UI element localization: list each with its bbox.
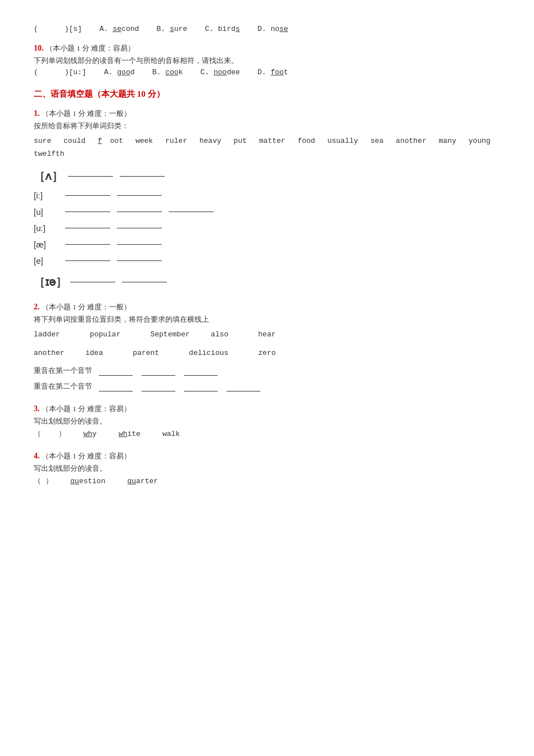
word-food: food: [297, 137, 315, 145]
q9-symbol: )[s]: [65, 25, 82, 33]
q10-line: ( )[u:] A. good B. cook C. noodee D. foo…: [34, 68, 500, 76]
q1-desc: 按所给音标将下列单词归类：: [34, 121, 500, 131]
word-twelfth: twelfth: [34, 150, 65, 158]
q2-number: 2.: [34, 303, 40, 311]
phonetic-row-u-long: [u:]: [34, 223, 500, 233]
section2-header: 二、语音填空题（本大题共 10 分）: [34, 89, 500, 100]
q3-meta: （本小题 1 分 难度：容易）: [42, 404, 131, 413]
q3-desc: 写出划线部分的读音。: [34, 416, 500, 426]
word-week: week: [135, 137, 153, 145]
blank-a-1: [68, 176, 113, 177]
q4-number: 4.: [34, 452, 40, 460]
q2-words-row2: another idea parent delicious zero: [34, 346, 500, 359]
word2-idea: idea: [85, 349, 103, 357]
q9-optD: D. nose: [257, 25, 288, 33]
word3-why: why: [83, 430, 96, 438]
stress2-blank-4: [227, 391, 260, 392]
word2-also: also: [211, 330, 228, 339]
q10-optD: D. foot: [257, 68, 288, 76]
stress1-blank-3: [184, 375, 218, 376]
q10-optA: A. good: [104, 68, 135, 76]
word-another: another: [396, 137, 427, 145]
q3-paren-close: ）: [58, 430, 66, 438]
word2-zero: zero: [258, 349, 275, 357]
blank-ul-1: [65, 228, 110, 228]
q9-blank: [43, 25, 60, 33]
word2-delicious: delicious: [189, 349, 228, 357]
symbol-ie: ［ɪə］: [34, 274, 67, 290]
q1-words: sure could foot week ruler heavy put mat…: [34, 134, 500, 161]
q3-paren: （: [34, 430, 41, 438]
question-10-block: 10. （本小题 1 分 难度：容易） 下列单词划线部分的读音有一个与所给的音标…: [34, 43, 500, 76]
word2-ladder: ladder: [34, 330, 60, 339]
blank-ul-2: [117, 228, 162, 228]
stress1-row: 重音在第一个音节: [34, 366, 500, 376]
q4-meta: （本小题 1 分 难度：容易）: [42, 452, 131, 460]
q10-header: 10. （本小题 1 分 难度：容易）: [34, 43, 500, 53]
symbol-u-long: [u:]: [34, 223, 62, 233]
q9-paren-open: (: [34, 25, 38, 33]
stress2-blank-3: [184, 391, 218, 392]
word2-hear: hear: [258, 330, 275, 339]
q2-meta: （本小题 1 分 难度：一般）: [42, 303, 131, 311]
question-1-block: 1. （本小题 1 分 难度：一般） 按所给音标将下列单词归类： sure co…: [34, 109, 500, 290]
q1-number: 1.: [34, 109, 40, 118]
stress2-label: 重音在第二个音节: [34, 382, 92, 391]
symbol-a: ［ʌ］: [34, 169, 65, 184]
q10-meta: （本小题 1 分 难度：容易）: [46, 44, 135, 52]
question-3-block: 3. （本小题 1 分 难度：容易） 写出划线部分的读音。 （ ） why wh…: [34, 404, 500, 439]
blank-ae-1: [65, 244, 110, 245]
stress1-blank-2: [142, 375, 175, 376]
q2-words-row1: ladder popular September also hear: [34, 328, 500, 341]
blank-e-1: [65, 260, 110, 261]
word-sure: sure: [34, 137, 51, 145]
stress2-row: 重音在第二个音节: [34, 381, 500, 392]
word-matter: matter: [259, 137, 286, 145]
q9-optB: B. sure: [157, 25, 188, 33]
q10-blank: [43, 68, 60, 76]
q1-meta: （本小题 1 分 难度：一般）: [42, 109, 131, 118]
word-many: many: [439, 137, 456, 145]
word2-another: another: [34, 349, 65, 357]
q2-header: 2. （本小题 1 分 难度：一般）: [34, 302, 500, 312]
q10-desc: 下列单词划线部分的读音有一个与所给的音标相符，请找出来。: [34, 56, 500, 66]
q4-desc: 写出划线部分的读音。: [34, 464, 500, 474]
blank-ae-2: [117, 244, 162, 245]
phonetic-row-e: [e]: [34, 256, 500, 266]
q4-header: 4. （本小题 1 分 难度：容易）: [34, 451, 500, 461]
symbol-i: [i:]: [34, 191, 62, 200]
word-foot: foot: [98, 137, 123, 145]
question-9-block: ( )[s] A. second B. sure C. birds D. nos…: [34, 25, 500, 33]
symbol-u: [u]: [34, 207, 62, 217]
word2-parent: parent: [133, 349, 159, 357]
word-young: young: [469, 137, 491, 145]
word3-white: white: [119, 430, 141, 438]
q10-optC: C. noodee: [201, 68, 240, 76]
phonetic-row-a: ［ʌ］: [34, 169, 500, 184]
stress2-blank-2: [142, 391, 175, 392]
word2-popular: popular: [90, 330, 121, 339]
blank-i-2: [117, 195, 162, 196]
question-4-block: 4. （本小题 1 分 难度：容易） 写出划线部分的读音。 （ ） questi…: [34, 451, 500, 486]
q4-paren: （ ）: [34, 477, 53, 485]
q3-number: 3.: [34, 404, 40, 413]
word-could: could: [64, 137, 85, 145]
word4-question: question: [70, 477, 105, 485]
blank-ie-1: [70, 282, 115, 282]
word4-quarter: quarter: [127, 477, 158, 485]
q10-optB: B. cook: [152, 68, 183, 76]
symbol-e: [e]: [34, 256, 62, 266]
word3-walk: walk: [162, 430, 180, 438]
word-sea: sea: [370, 137, 383, 145]
blank-u-3: [169, 212, 214, 212]
stress1-blank-1: [99, 375, 133, 376]
q9-optC: C. birds: [205, 25, 239, 33]
word-heavy: heavy: [200, 137, 221, 145]
q3-line: （ ） why white walk: [34, 429, 500, 439]
blank-u-2: [117, 212, 162, 212]
symbol-ae: [æ]: [34, 240, 62, 249]
q10-paren-open: (: [34, 68, 38, 76]
blank-ie-2: [122, 282, 167, 282]
blank-e-2: [117, 260, 162, 261]
question-2-block: 2. （本小题 1 分 难度：一般） 将下列单词按重音位置归类，将符合要求的填在…: [34, 302, 500, 392]
